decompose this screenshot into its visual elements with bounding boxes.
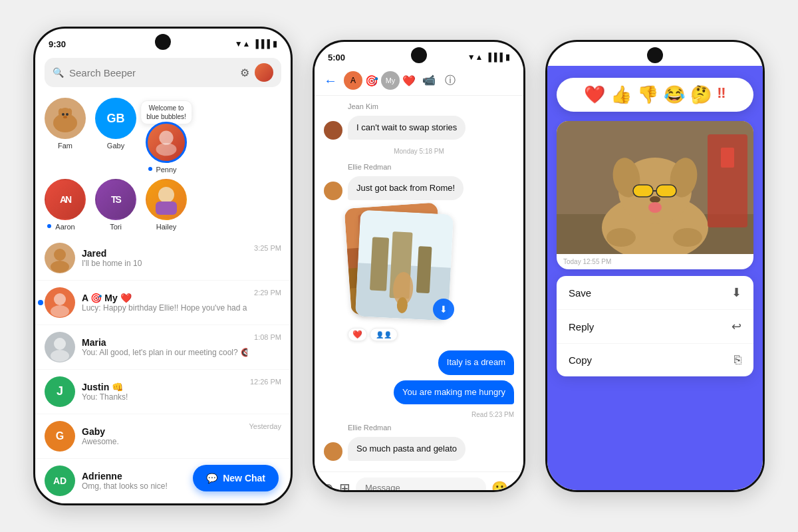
photo-message: Today 12:55 PM	[557, 121, 753, 269]
story-avatar-penny	[146, 122, 187, 163]
emoji-reaction-bar[interactable]: ❤️ 👍 👎 😂 🤔 ‼️	[557, 78, 753, 112]
chat-preview-amy: Lucy: Happy birthday Ellie!! Hope you've…	[82, 303, 247, 313]
story-label-hailey: Hailey	[156, 223, 177, 231]
chat-item-amy[interactable]: A 🎯 My ❤️ Lucy: Happy birthday Ellie!! H…	[35, 281, 291, 325]
reply-icon: ↩	[732, 319, 741, 334]
svg-point-15	[54, 338, 66, 350]
emoji-think[interactable]: 🤔	[690, 84, 712, 105]
info-icon[interactable]: ⓘ	[445, 74, 456, 88]
story-label-fam: Fam	[58, 142, 72, 150]
image-stack: ⬇	[348, 205, 454, 325]
photo-content	[557, 121, 753, 254]
msg-avatar-ellie2	[324, 442, 342, 461]
context-save[interactable]: Save ⬇	[557, 276, 753, 310]
message-input[interactable]	[356, 477, 486, 492]
wifi-icon: ▼▲	[235, 39, 251, 49]
emoji-heart[interactable]: ❤️	[584, 84, 605, 105]
story-label-penny: Penny	[156, 166, 176, 174]
svg-point-51	[606, 228, 636, 247]
context-menu: Save ⬇ Reply ↩ Copy ⎘	[557, 276, 753, 376]
attachment-icon[interactable]: ⊞	[339, 480, 350, 493]
chat-time-jared: 3:25 PM	[254, 244, 281, 252]
battery-icon-2: ▮	[505, 53, 510, 62]
status-icons-1: ▼▲ ▐▐▐ ▮	[235, 39, 277, 49]
story-avatar-aaron: AN	[45, 179, 86, 220]
signal-icon: ▐▐▐	[253, 39, 270, 49]
bubble-jean: I can't wait to swap stories	[348, 116, 466, 140]
add-icon[interactable]: ⊕	[323, 480, 334, 493]
back-button[interactable]: ←	[324, 73, 337, 88]
svg-point-16	[51, 350, 69, 362]
download-button[interactable]: ⬇	[433, 299, 454, 320]
bubble-out1: Italy is a dream	[438, 350, 514, 374]
penny-tooltip: Welcome toblue bubbles!	[140, 100, 192, 124]
chat-time-gaby: Yesterday	[249, 422, 281, 430]
chat-preview-jared: I'll be home in 10	[82, 259, 247, 268]
header-action-icons: 📹 ⓘ	[422, 74, 456, 88]
emoji-thumbsup[interactable]: 👍	[610, 84, 632, 105]
context-copy[interactable]: Copy ⎘	[557, 344, 753, 376]
msg-sender-ellie1: Ellie Redman	[348, 163, 514, 171]
header-avatar-my: My	[381, 71, 400, 90]
new-chat-button[interactable]: 💬 New Chat	[193, 465, 279, 491]
chat-info-maria: Maria You: All good, let's plan in our m…	[82, 337, 247, 357]
bubble-ellie2: So much pasta and gelato	[348, 437, 466, 461]
svg-point-4	[62, 113, 65, 116]
svg-text:J: J	[57, 384, 63, 398]
battery-icon-3: ▮	[745, 53, 749, 62]
emoji-exclaim[interactable]: ‼️	[717, 84, 726, 105]
status-icons-2: ▼▲ ▐▐▐ ▮	[467, 53, 510, 62]
chat-item-justin[interactable]: J Justin 👊 You: Thanks! 12:26 PM	[35, 370, 291, 414]
emoji-thumbsdown[interactable]: 👎	[637, 84, 658, 105]
chat-avatar-adrienne: AD	[45, 466, 75, 496]
chat-preview-gaby: Awesome.	[82, 437, 242, 446]
status-icons-3: ▼▲ ▐▐▐ ▮	[707, 53, 749, 62]
chat-item-maria[interactable]: Maria You: All good, let's plan in our m…	[35, 325, 291, 370]
svg-rect-10	[156, 201, 177, 215]
signal-icon-2: ▐▐▐	[485, 53, 503, 62]
status-bar-3: 9:30 ▼▲ ▐▐▐ ▮	[547, 42, 763, 66]
story-penny[interactable]: Welcome toblue bubbles! Penny	[146, 122, 187, 174]
msg-sender-jean: Jean Kim	[348, 102, 514, 110]
story-gaby[interactable]: GB Gaby	[95, 98, 136, 174]
emoji-laugh[interactable]: 😂	[664, 84, 685, 105]
svg-rect-31	[370, 237, 389, 291]
svg-point-14	[51, 305, 69, 317]
story-avatar-gaby: GB	[95, 98, 136, 139]
mic-icon[interactable]: 🎤	[513, 480, 523, 493]
phone-2: 5:00 ▼▲ ▐▐▐ ▮ ← A 🎯 My ❤️ 📹 ⓘ Jean Ki	[313, 40, 525, 492]
story-tori[interactable]: TS Tori	[95, 179, 136, 231]
chat-time-maria: 1:08 PM	[254, 333, 281, 341]
settings-icon[interactable]: ⚙	[240, 66, 249, 79]
video-icon[interactable]: 📹	[422, 74, 436, 88]
chat-item-jared[interactable]: Jared I'll be home in 10 3:25 PM	[35, 236, 291, 281]
svg-point-9	[158, 187, 174, 203]
story-hailey[interactable]: Hailey	[146, 179, 187, 231]
adrienne-initials: AD	[53, 475, 66, 486]
time-3: 9:30	[561, 53, 578, 63]
search-bar[interactable]: 🔍 ⚙	[45, 58, 281, 87]
story-aaron[interactable]: AN Aaron	[45, 179, 86, 231]
svg-point-12	[51, 261, 69, 273]
wifi-icon-2: ▼▲	[467, 53, 483, 62]
battery-icon: ▮	[273, 39, 277, 49]
story-avatar-hailey	[146, 179, 187, 220]
chat-name-gaby: Gaby	[82, 426, 242, 437]
phone2-content: ← A 🎯 My ❤️ 📹 ⓘ Jean Kim I can't wait to…	[315, 66, 523, 492]
search-input[interactable]	[69, 67, 235, 78]
reaction-faces: 👤👤	[370, 328, 398, 341]
phone-1: 9:30 ▼▲ ▐▐▐ ▮ 🔍 ⚙ Fam	[33, 27, 293, 505]
new-chat-label: New Chat	[223, 473, 265, 483]
svg-rect-54	[721, 148, 734, 168]
chat-info-amy: A 🎯 My ❤️ Lucy: Happy birthday Ellie!! H…	[82, 293, 247, 313]
reaction-heart: ❤️	[348, 328, 367, 341]
user-avatar[interactable]	[255, 63, 273, 82]
svg-point-11	[54, 249, 66, 261]
new-chat-icon: 💬	[206, 473, 217, 483]
chat-header-2: ← A 🎯 My ❤️ 📹 ⓘ	[315, 66, 523, 96]
emoji-icon[interactable]: 🙂	[491, 480, 508, 493]
context-reply[interactable]: Reply ↩	[557, 310, 753, 344]
story-fam[interactable]: Fam	[45, 98, 86, 174]
chat-avatar-jared	[45, 243, 75, 273]
chat-item-gaby[interactable]: G Gaby Awesome. Yesterday	[35, 414, 291, 459]
